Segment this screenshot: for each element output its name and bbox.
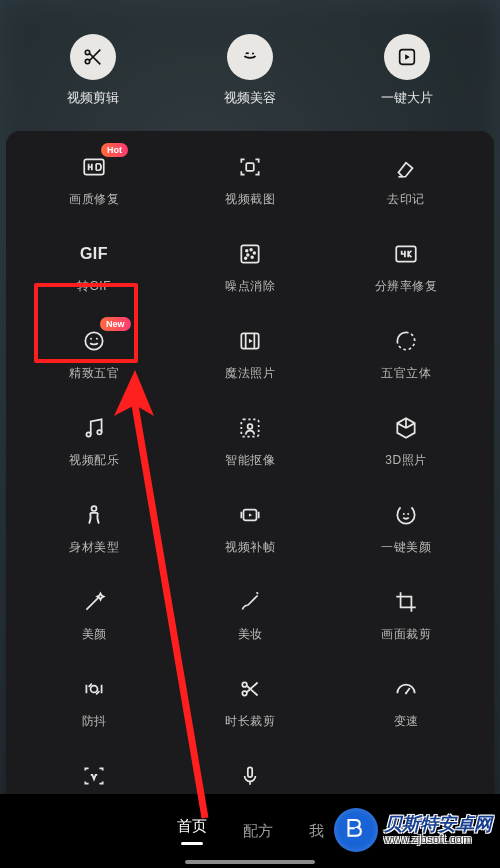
- tile-duration-trim[interactable]: 时长裁剪: [172, 671, 328, 732]
- tile-makeup[interactable]: 美妆: [172, 584, 328, 645]
- svg-rect-6: [241, 245, 258, 262]
- frames-play-icon: [236, 501, 264, 529]
- caption-scan-icon: [80, 762, 108, 790]
- body-icon: [80, 501, 108, 529]
- tile-crop[interactable]: 画面裁剪: [328, 584, 484, 645]
- tile-label: 画面裁剪: [381, 626, 431, 643]
- svg-point-15: [90, 338, 92, 340]
- svg-point-21: [248, 424, 253, 429]
- tile-one-click-beauty[interactable]: 一键美颜: [328, 497, 484, 558]
- wand-icon: [80, 588, 108, 616]
- tile-remove-watermark[interactable]: 去印记: [328, 149, 484, 210]
- tile-magic-photo[interactable]: 魔法照片: [172, 323, 328, 384]
- scissors-icon: [70, 34, 116, 80]
- svg-point-2: [252, 52, 254, 54]
- tile-to-gif[interactable]: GIF 转GIF: [16, 236, 172, 297]
- play-square-icon: [384, 34, 430, 80]
- film-play-icon: [236, 327, 264, 355]
- nav-label: 我: [309, 822, 324, 841]
- tile-label: 视频配乐: [69, 452, 119, 469]
- tile-body-shape[interactable]: 身材美型: [16, 497, 172, 558]
- tile-label: 噪点消除: [225, 278, 275, 295]
- new-badge: New: [100, 317, 131, 331]
- noise-square-icon: [236, 240, 264, 268]
- tools-panel: Hot 画质修复 视频截图 去印记 GIF 转GIF 噪点消除 分辨率修复 Ne…: [6, 131, 494, 829]
- panel-handle[interactable]: [0, 113, 500, 131]
- tile-label: 视频截图: [225, 191, 275, 208]
- svg-point-22: [92, 506, 97, 511]
- tile-face-3d[interactable]: 五官立体: [328, 323, 484, 384]
- tile-label: 一键美颜: [381, 539, 431, 556]
- nav-label: 配方: [243, 822, 273, 841]
- svg-point-10: [247, 254, 249, 256]
- svg-point-24: [403, 513, 405, 515]
- top-one-click-film[interactable]: 一键大片: [381, 34, 433, 107]
- svg-point-11: [251, 256, 253, 258]
- tile-3d-photo[interactable]: 3D照片: [328, 410, 484, 471]
- svg-point-7: [246, 250, 248, 252]
- bottom-nav: 首页 配方 我: [0, 794, 500, 868]
- svg-point-12: [245, 257, 247, 259]
- top-label: 视频美容: [224, 89, 276, 107]
- capture-corners-icon: [236, 153, 264, 181]
- tile-label: 防抖: [82, 713, 107, 730]
- svg-point-29: [405, 692, 407, 694]
- crop-icon: [392, 588, 420, 616]
- top-video-beauty[interactable]: 视频美容: [224, 34, 276, 107]
- fourk-square-icon: [392, 240, 420, 268]
- svg-point-8: [250, 249, 252, 251]
- svg-point-27: [242, 682, 247, 687]
- tile-label: 精致五官: [69, 365, 119, 382]
- scissors-small-icon: [236, 675, 264, 703]
- nav-me[interactable]: 我: [309, 822, 324, 841]
- svg-point-16: [96, 338, 98, 340]
- person-dotted-icon: [236, 414, 264, 442]
- nav-recipe[interactable]: 配方: [243, 822, 273, 841]
- tile-label: 身材美型: [69, 539, 119, 556]
- microphone-icon: [236, 762, 264, 790]
- top-video-edit[interactable]: 视频剪辑: [67, 34, 119, 107]
- svg-point-28: [242, 691, 247, 696]
- gif-text-icon: GIF: [80, 240, 108, 268]
- tile-beauty[interactable]: 美颜: [16, 584, 172, 645]
- nav-home[interactable]: 首页: [177, 817, 207, 845]
- svg-point-18: [86, 432, 90, 436]
- tile-label: 时长裁剪: [225, 713, 275, 730]
- speedometer-icon: [392, 675, 420, 703]
- tile-label: 分辨率修复: [375, 278, 438, 295]
- tile-frame-interp[interactable]: 视频补帧: [172, 497, 328, 558]
- music-note-icon: [80, 414, 108, 442]
- stabilize-icon: [80, 675, 108, 703]
- top-label: 视频剪辑: [67, 89, 119, 107]
- tile-smart-cutout[interactable]: 智能抠像: [172, 410, 328, 471]
- brush-icon: [236, 588, 264, 616]
- svg-rect-30: [248, 767, 252, 777]
- tile-label: 美妆: [238, 626, 263, 643]
- svg-point-0: [85, 50, 89, 54]
- tile-label: 智能抠像: [225, 452, 275, 469]
- eraser-icon: [392, 153, 420, 181]
- tile-refined-features[interactable]: New 精致五官: [16, 323, 172, 384]
- tile-video-music[interactable]: 视频配乐: [16, 410, 172, 471]
- top-label: 一键大片: [381, 89, 433, 107]
- tile-label: 美颜: [82, 626, 107, 643]
- tile-video-screenshot[interactable]: 视频截图: [172, 149, 328, 210]
- tile-stabilize[interactable]: 防抖: [16, 671, 172, 732]
- svg-point-9: [253, 252, 255, 254]
- tile-label: 视频补帧: [225, 539, 275, 556]
- svg-point-26: [91, 686, 98, 693]
- cube-icon: [392, 414, 420, 442]
- tile-noise-reduce[interactable]: 噪点消除: [172, 236, 328, 297]
- nav-label: 首页: [177, 817, 207, 836]
- wink-face-icon: [227, 34, 273, 80]
- svg-point-14: [85, 332, 102, 349]
- face-sparkle-icon: [392, 501, 420, 529]
- tile-label: 去印记: [387, 191, 425, 208]
- face-smile-icon: [80, 327, 108, 355]
- tile-label: 魔法照片: [225, 365, 275, 382]
- tile-resolution-repair[interactable]: 分辨率修复: [328, 236, 484, 297]
- tile-quality-repair[interactable]: Hot 画质修复: [16, 149, 172, 210]
- tile-speed[interactable]: 变速: [328, 671, 484, 732]
- svg-point-19: [97, 430, 101, 434]
- face-outline-dashed-icon: [392, 327, 420, 355]
